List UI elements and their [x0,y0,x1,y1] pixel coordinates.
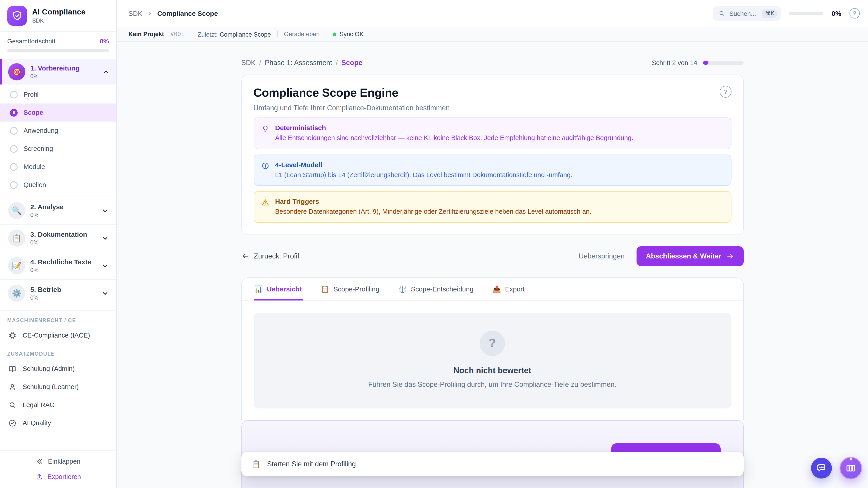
divider [191,31,191,37]
breadcrumb-root[interactable]: SDK [128,9,143,17]
tab-uebersicht[interactable]: 📊 Uebersicht [253,278,303,300]
sidebar-item-ce-compliance[interactable]: CE-Compliance (IACE) [0,326,116,344]
chat-bubble-icon [816,463,827,474]
section-heading-zusatzmodule: ZUSATZMODULE [0,344,116,360]
breadcrumb-current: Compliance Scope [157,9,218,17]
sidebar-item-module[interactable]: Module [0,158,116,176]
check-circle-icon [8,419,17,427]
step-progress-fill [703,61,708,65]
panels-fab-button[interactable] [839,457,862,480]
sidebar-item-ai-quality[interactable]: AI Quality [0,414,116,432]
search-input[interactable]: Suchen... ⌘K [713,6,781,21]
overall-progress: Gesamtfortschritt 0% [0,32,116,59]
app-logo [7,6,27,26]
phase-analyse[interactable]: 🔍 2. Analyse 0% [0,197,116,224]
back-button[interactable]: Zurueck: Profil [241,252,299,260]
page-subtitle: Umfang und Tiefe Ihrer Compliance-Dokume… [253,104,731,112]
bar-chart-icon: 📊 [254,285,263,293]
skip-button[interactable]: Ueberspringen [579,252,625,260]
divider [326,31,327,37]
radio-circle-icon [10,127,18,134]
complete-next-button[interactable]: Abschliessen & Weiter [636,246,743,266]
radio-circle-icon [10,181,18,189]
topbar-progress-track [789,12,824,15]
app-subtitle: SDK [32,18,86,24]
help-icon[interactable]: ? [849,8,860,19]
step-indicator: Schritt 2 von 14 [652,59,744,66]
tab-scope-profiling[interactable]: 📋 Scope-Profiling [320,278,380,300]
chat-fab-button[interactable] [811,458,832,479]
question-mark-icon: ? [480,330,505,356]
last-saved-time: Gerade eben [284,31,320,37]
phase-dokumentation[interactable]: 📋 3. Dokumentation 0% [0,224,116,252]
profiling-toast-title: Starten Sie mit dem Profiling [267,460,356,468]
tab-scope-entscheidung[interactable]: ⚖️ Scope-Entscheidung [397,278,474,300]
clipboard-icon: 📋 [8,230,25,247]
empty-state-title: Noch nicht bewertet [454,366,531,375]
crumb-phase[interactable]: Phase 1: Assessment [265,59,332,67]
tab-bar: 📊 Uebersicht 📋 Scope-Profiling ⚖️ Scope-… [242,278,743,301]
scope-tabs-card: 📊 Uebersicht 📋 Scope-Profiling ⚖️ Scope-… [241,277,743,420]
callout-level-modell: 4-Level-Modell L1 (Lean Startup) bis L4 … [253,154,731,186]
step-label: Schritt 2 von 14 [652,59,698,66]
main-area: SDK Compliance Scope Suchen... ⌘K [117,0,868,488]
target-icon: 🎯 [8,63,25,80]
overall-progress-track [7,49,109,53]
app-title: AI Compliance [32,8,86,17]
phase-betrieb[interactable]: ⚙️ 5. Betrieb 0% [0,279,116,307]
sidebar-item-anwendung[interactable]: Anwendung [0,122,116,140]
phase-vorbereitung-items: Profil Scope Anwendung Screening Module [0,85,116,197]
cpu-icon [8,331,17,339]
phase-label: 1. Vorbereitung [30,64,97,72]
outbox-icon: 📤 [493,285,501,293]
clipboard-icon: 📋 [321,285,329,293]
statusbar: Kein Projekt V001 Zuletzt: Compliance Sc… [117,27,868,41]
arrow-right-icon [726,252,734,260]
card-help-icon[interactable]: ? [719,86,731,98]
sidebar-item-screening[interactable]: Screening [0,140,116,158]
book-open-icon [8,364,17,373]
double-chevron-left-icon [36,457,44,465]
arrow-left-icon [241,252,249,260]
app-window: AI Compliance SDK Gesamtfortschritt 0% 🎯… [0,0,868,488]
user-icon [8,383,17,391]
gear-icon: ⚙️ [8,285,25,302]
sidebar-item-legal-rag[interactable]: Legal RAG [0,396,116,414]
tab-export[interactable]: 📤 Export [492,278,526,300]
phase-progress: 0% [30,73,97,79]
shield-check-icon [11,10,23,22]
sidebar-item-schulung-admin[interactable]: Schulung (Admin) [0,360,116,378]
callout-hard-triggers: Hard Triggers Besondere Datenkategorien … [253,191,731,223]
warning-triangle-icon [261,197,269,216]
export-button[interactable]: Exportieren [35,473,81,481]
breadcrumb: SDK Compliance Scope [128,9,218,17]
app-identity: AI Compliance SDK [32,8,86,24]
search-shortcut-badge: ⌘K [763,9,777,18]
tab-panel-uebersicht: ? Noch nicht bewertet Führen Sie das Sco… [242,301,743,420]
sidebar: AI Compliance SDK Gesamtfortschritt 0% 🎯… [0,0,117,488]
scope-engine-card: Compliance Scope Engine ? Umfang und Tie… [241,74,743,235]
search-icon [8,400,17,409]
search-icon [719,10,725,17]
sidebar-footer: Einklappen Exportieren [0,451,116,488]
sidebar-item-profil[interactable]: Profil [0,86,116,103]
memo-icon: 📝 [8,257,25,274]
crumb-sdk[interactable]: SDK [241,59,256,67]
step-progress-track [703,61,743,65]
actions-row: Zurueck: Profil Ueberspringen Abschliess… [241,246,743,266]
sidebar-item-scope[interactable]: Scope [0,103,116,122]
page-breadcrumb: SDK / Phase 1: Assessment / Scope [241,59,362,67]
radio-filled-icon [10,109,18,116]
phase-rechtliche-texte[interactable]: 📝 4. Rechtliche Texte 0% [0,252,116,279]
radio-circle-icon [10,91,18,98]
lightbulb-icon [261,124,269,142]
phase-vorbereitung[interactable]: 🎯 1. Vorbereitung 0% [0,59,116,85]
columns-icon [845,463,856,474]
divider [277,31,278,37]
chevron-down-icon [101,234,109,242]
collapse-sidebar-button[interactable]: Einklappen [36,457,81,465]
clipboard-icon: 📋 [251,459,260,469]
overall-progress-value: 0% [100,37,109,45]
sidebar-item-schulung-learner[interactable]: Schulung (Learner) [0,378,116,396]
sidebar-item-quellen[interactable]: Quellen [0,176,116,194]
